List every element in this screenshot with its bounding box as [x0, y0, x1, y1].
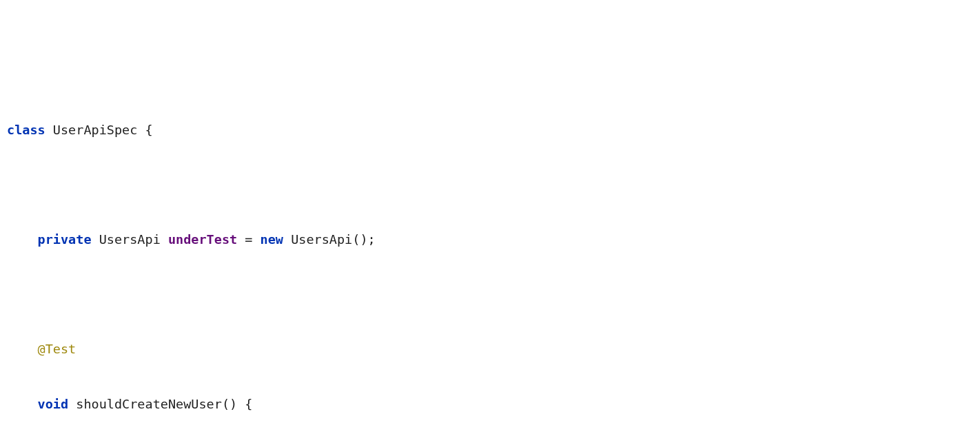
keyword-class: class	[7, 123, 45, 137]
code-line: void shouldCreateNewUser() {	[7, 391, 980, 418]
op-eq: =	[245, 232, 252, 247]
ctor-usersapi: UsersApi();	[291, 232, 376, 247]
code-line: private UsersApi underTest = new UsersAp…	[7, 226, 980, 253]
field-undertest: underTest	[168, 232, 237, 247]
code-editor[interactable]: class UserApiSpec { private UsersApi und…	[7, 116, 980, 445]
method-name: shouldCreateNewUser()	[76, 397, 237, 411]
brace-open: {	[145, 123, 153, 137]
type-usersapi: UsersApi	[99, 232, 161, 247]
annotation-test: @Test	[38, 342, 76, 356]
keyword-void: void	[38, 397, 69, 411]
blank-line	[7, 281, 980, 309]
class-name: UserApiSpec	[53, 123, 138, 137]
keyword-new: new	[261, 232, 283, 247]
brace-open: {	[245, 397, 252, 411]
code-line: @Test	[7, 335, 980, 363]
keyword-private: private	[38, 232, 92, 247]
code-line: class UserApiSpec {	[7, 116, 980, 144]
blank-line	[7, 172, 980, 199]
